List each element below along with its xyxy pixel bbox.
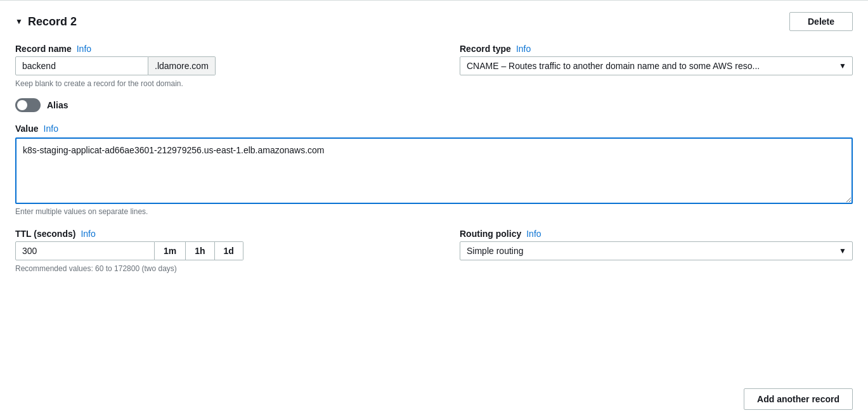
ttl-1h-button[interactable]: 1h	[186, 241, 214, 260]
delete-button[interactable]: Delete	[789, 12, 853, 31]
ttl-info-link[interactable]: Info	[81, 229, 95, 239]
record-type-group: Record type Info A – Routes traffic to a…	[460, 44, 853, 88]
add-another-record-button[interactable]: Add another record	[744, 388, 853, 410]
record-name-label-row: Record name Info	[15, 44, 231, 54]
ttl-1d-button[interactable]: 1d	[215, 241, 243, 260]
routing-label-row: Routing policy Info	[460, 229, 853, 239]
ttl-hint: Recommended values: 60 to 172800 (two da…	[15, 264, 243, 273]
record-name-group: Record name Info .ldamore.com Keep blank…	[15, 44, 231, 88]
routing-policy-select-wrapper: Simple routing Weighted Latency Failover…	[460, 241, 853, 260]
record-type-select[interactable]: A – Routes traffic to an IPv4 address an…	[460, 56, 853, 75]
record-name-info-link[interactable]: Info	[77, 44, 91, 54]
record-name-input[interactable]	[15, 56, 148, 75]
value-hint: Enter multiple values on separate lines.	[15, 207, 148, 216]
routing-policy-label: Routing policy	[460, 229, 521, 239]
ttl-input[interactable]	[15, 241, 155, 260]
alias-row: Alias	[15, 98, 853, 112]
record-title: Record 2	[28, 15, 77, 29]
routing-policy-info-link[interactable]: Info	[526, 229, 541, 239]
domain-suffix: .ldamore.com	[148, 56, 216, 75]
record-name-label: Record name	[15, 44, 72, 54]
ttl-group: TTL (seconds) Info 1m 1h 1d Recommended …	[15, 229, 243, 273]
bottom-bar: Add another record	[729, 378, 868, 420]
ttl-label-row: TTL (seconds) Info	[15, 229, 243, 239]
name-type-row: Record name Info .ldamore.com Keep blank…	[15, 44, 853, 88]
ttl-1m-button[interactable]: 1m	[155, 241, 186, 260]
alias-toggle[interactable]	[15, 98, 41, 112]
value-label-row: Value Info	[15, 124, 853, 134]
alias-slider	[15, 98, 41, 112]
alias-label: Alias	[47, 100, 68, 110]
value-textarea[interactable]: k8s-staging-applicat-ad66ae3601-21297925…	[15, 137, 853, 204]
record-type-select-wrapper: A – Routes traffic to an IPv4 address an…	[460, 56, 853, 75]
record-name-input-row: .ldamore.com	[15, 56, 231, 75]
collapse-chevron-icon[interactable]: ▼	[15, 17, 23, 26]
value-label: Value	[15, 124, 39, 134]
routing-policy-select[interactable]: Simple routing Weighted Latency Failover…	[460, 241, 853, 260]
ttl-label: TTL (seconds)	[15, 229, 75, 239]
record-section: ▼ Record 2 Delete Record name Info .ldam…	[0, 1, 868, 273]
routing-policy-group: Routing policy Info Simple routing Weigh…	[460, 229, 853, 273]
record-name-hint: Keep blank to create a record for the ro…	[15, 79, 231, 88]
value-section: Value Info k8s-staging-applicat-ad66ae36…	[15, 124, 853, 216]
ttl-input-row: 1m 1h 1d	[15, 241, 243, 260]
record-header: ▼ Record 2 Delete	[15, 12, 853, 31]
page-container: ▼ Record 2 Delete Record name Info .ldam…	[0, 0, 868, 420]
value-info-link[interactable]: Info	[44, 124, 58, 134]
ttl-routing-row: TTL (seconds) Info 1m 1h 1d Recommended …	[15, 229, 853, 273]
record-type-info-link[interactable]: Info	[516, 44, 531, 54]
record-type-label: Record type	[460, 44, 511, 54]
record-title-area: ▼ Record 2	[15, 15, 77, 29]
record-type-label-row: Record type Info	[460, 44, 853, 54]
